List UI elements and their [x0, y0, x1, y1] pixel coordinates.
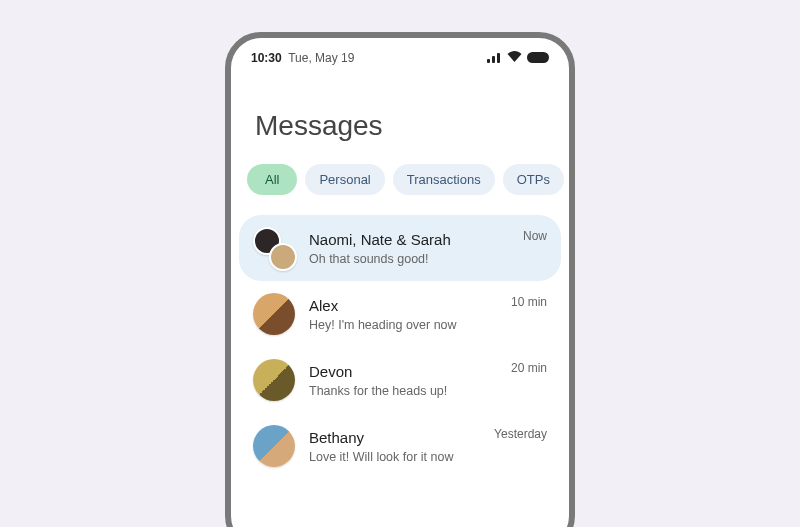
conversation-body: AlexHey! I'm heading over now [309, 296, 497, 332]
svg-rect-2 [497, 53, 500, 63]
filter-tabs: AllPersonalTransactionsOTPs [231, 164, 569, 215]
svg-rect-0 [487, 59, 490, 63]
tab-otps[interactable]: OTPs [503, 164, 564, 195]
conversation-time: Yesterday [494, 427, 547, 441]
conversation-preview: Love it! Will look for it now [309, 450, 480, 464]
status-bar: 10:30 Tue, May 19 [231, 38, 569, 78]
status-time-date: 10:30 Tue, May 19 [251, 51, 354, 65]
page-title: Messages [231, 78, 569, 164]
avatar [253, 359, 295, 401]
cellular-icon [487, 49, 502, 67]
tab-all[interactable]: All [247, 164, 297, 195]
svg-rect-1 [492, 56, 495, 63]
conversation-item[interactable]: DevonThanks for the heads up!20 min [239, 347, 561, 413]
avatar [253, 425, 295, 467]
conversation-preview: Oh that sounds good! [309, 252, 509, 266]
conversation-body: BethanyLove it! Will look for it now [309, 428, 480, 464]
wifi-icon [507, 49, 522, 67]
conversation-name: Naomi, Nate & Sarah [309, 230, 509, 250]
status-date: Tue, May 19 [288, 51, 354, 65]
status-time: 10:30 [251, 51, 282, 65]
conversation-item[interactable]: AlexHey! I'm heading over now10 min [239, 281, 561, 347]
conversation-name: Bethany [309, 428, 480, 448]
svg-rect-3 [527, 52, 549, 63]
avatar [253, 293, 295, 335]
conversation-name: Devon [309, 362, 497, 382]
conversation-time: Now [523, 229, 547, 243]
conversation-time: 20 min [511, 361, 547, 375]
status-icons [487, 49, 549, 67]
conversation-preview: Hey! I'm heading over now [309, 318, 497, 332]
conversation-item[interactable]: Naomi, Nate & SarahOh that sounds good!N… [239, 215, 561, 281]
tab-personal[interactable]: Personal [305, 164, 384, 195]
conversation-item[interactable]: BethanyLove it! Will look for it nowYest… [239, 413, 561, 479]
tab-transactions[interactable]: Transactions [393, 164, 495, 195]
conversation-name: Alex [309, 296, 497, 316]
conversation-body: Naomi, Nate & SarahOh that sounds good! [309, 230, 509, 266]
avatar-group [253, 227, 295, 269]
phone-frame: 10:30 Tue, May 19 Messages AllPersonalTr… [225, 32, 575, 527]
conversation-preview: Thanks for the heads up! [309, 384, 497, 398]
conversation-list: Naomi, Nate & SarahOh that sounds good!N… [231, 215, 569, 479]
conversation-time: 10 min [511, 295, 547, 309]
battery-icon [527, 49, 549, 67]
conversation-body: DevonThanks for the heads up! [309, 362, 497, 398]
